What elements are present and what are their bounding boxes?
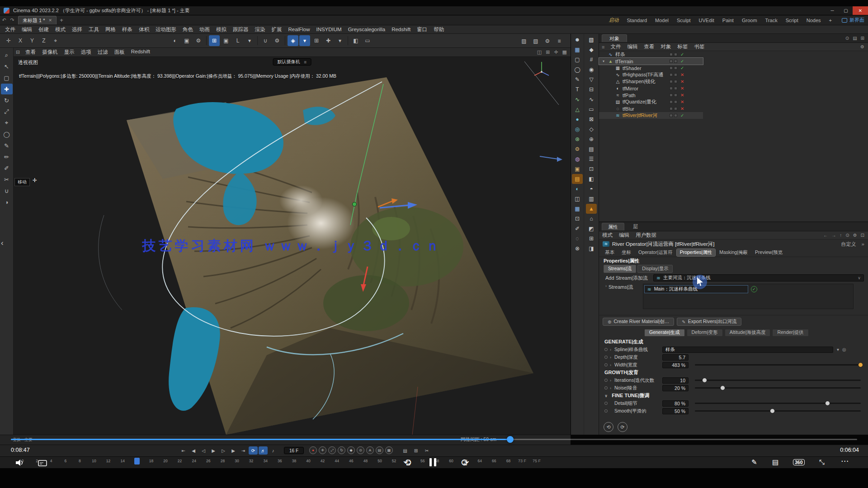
export-rivers-button[interactable]: ✎ Export Rivers|出口河流 [677,318,741,326]
section-tab[interactable]: Operator|运算符 [635,249,676,256]
anim-dot[interactable] [604,356,608,359]
play-button[interactable]: ▶ [209,446,218,455]
volume-icon[interactable] [15,459,24,468]
section-tab[interactable]: Preview|预览 [752,249,786,256]
render-region-button[interactable]: ▣ [181,35,192,46]
right-half-icon[interactable]: ◨ [586,244,597,253]
cube-icon[interactable]: ▧ [586,35,597,45]
object-label[interactable]: tfTerrain [615,59,633,64]
magnet-tool-button[interactable]: ∪ [260,35,271,46]
instance-icon[interactable]: ⊠ [586,114,597,124]
new-tab-button[interactable]: + [57,17,66,23]
prev-key-button[interactable]: ◀ [189,446,198,455]
matrix-icon[interactable]: ▦ [572,204,583,214]
detail-value-field[interactable]: 80 % [662,400,689,407]
pen-spline-icon[interactable]: ✎ [572,75,583,84]
notes-icon[interactable]: ✎ [751,458,757,466]
row-chevron-icon[interactable]: › [610,386,614,390]
slider-knob[interactable] [770,408,775,413]
detail-slider[interactable] [695,403,861,404]
am-menu-item[interactable]: 编辑 [616,232,632,239]
reset-values-button[interactable]: ⟲ [604,422,613,432]
group-header-finetune[interactable]: ∨ FINE TUNE|微调 [599,392,868,399]
link-target-icon[interactable]: ◎ [842,347,846,352]
object-label[interactable]: tfHighpass|TF高通 [623,71,663,78]
layout-tab[interactable]: 启动 [605,16,622,24]
stream-enabled-check-icon[interactable]: ✓ [751,286,757,292]
menu-item[interactable]: 编辑 [19,26,35,33]
editor-visibility-dot[interactable] [670,107,673,110]
slider-knob[interactable] [702,378,707,383]
tool-more-button[interactable]: ▾ [244,35,255,46]
editor-visibility-dot[interactable] [670,80,673,83]
next-key-button[interactable]: ▶ [229,446,238,455]
workplane-options-button[interactable]: ▾ [335,35,345,46]
stream-tab[interactable]: Display|显示 [637,265,673,273]
row-chevron-icon[interactable]: › [610,347,614,352]
more-options-icon[interactable]: ⋯ [841,456,849,466]
noise-value-field[interactable]: 20 % [662,385,689,391]
viewport-menu-item[interactable]: 显示 [61,49,78,56]
goto-start-button[interactable]: ⇤ [179,446,188,455]
menu-item[interactable]: 渲染 [252,26,269,33]
object-row[interactable]: ◌ tfBlur [599,105,703,112]
editor-visibility-dot[interactable] [670,66,673,70]
key-scale-toggle[interactable]: ⤢ [328,446,336,454]
om-menu-item[interactable]: 标签 [674,43,691,50]
keyframe-selection-toggle[interactable]: ▤ [376,446,383,454]
editor-visibility-dot[interactable] [670,100,673,103]
render-visibility-dot[interactable] [674,66,677,70]
circle-spline-icon[interactable]: ◯ [572,65,583,75]
layout-tab[interactable]: Nodes [803,17,825,24]
text-spline-icon[interactable]: T [572,84,583,94]
attribute-tab[interactable]: 层 [627,223,644,230]
menu-item[interactable]: 运动图形 [152,26,179,33]
cloner-icon[interactable]: ◫ [572,194,583,204]
scale-tool-icon[interactable]: ⤢ [1,106,13,117]
modeling-settings-button[interactable]: ⚙ [272,35,283,46]
field-icon[interactable]: ◍ [572,154,583,164]
layout-tab[interactable]: Model [651,17,672,24]
enable-state-icon[interactable] [680,79,684,84]
axis-tool-icon[interactable]: ⌖ [1,117,13,128]
object-label[interactable]: tfMirror [623,86,638,91]
record-button[interactable]: ● [309,446,317,454]
lock-x-axis-button[interactable]: X [15,35,26,46]
group-header-growth[interactable]: GROWTH|发育 [599,369,868,376]
camera-menu-icon[interactable]: ≡ [304,60,307,65]
maximize-button[interactable]: ▢ [839,6,853,15]
section-tab[interactable]: 基本 [602,249,618,256]
menu-item[interactable]: RealFlow [285,27,313,32]
noise-slider[interactable] [695,387,861,389]
am-menu-item[interactable]: 用户数据 [632,232,660,239]
diamond-icon[interactable]: ◇ [586,124,597,134]
anim-dot[interactable] [604,379,608,382]
layout-tab[interactable]: Groom [738,17,761,24]
enable-state-icon[interactable] [680,93,684,98]
home-icon[interactable]: ⌂ [586,214,597,224]
enable-state-icon[interactable] [680,99,684,104]
om-menu-item[interactable]: 查看 [641,43,657,50]
viewport-menu-item[interactable]: 过滤 [94,49,111,56]
ripple-edit-button[interactable]: ✂ [422,446,431,455]
sphere-primitive-icon[interactable]: ● [572,114,583,124]
wave-deformer-icon[interactable]: ∿ [586,94,597,104]
anim-dot[interactable] [604,348,608,351]
anim-dot[interactable] [604,363,608,366]
enable-state-icon[interactable] [680,66,684,70]
viewport-menu-icon[interactable]: ⊟ [16,49,20,55]
magnet-tool-icon[interactable]: ∪ [1,185,13,196]
slider-knob[interactable] [825,401,830,406]
toolbar-separator[interactable] [346,35,349,46]
panel-collapse-icon[interactable]: ‹ [1,239,4,248]
anim-dot[interactable] [604,409,608,413]
object-label[interactable]: tfSharpen|锐化 [623,78,656,85]
editor-visibility-dot[interactable] [670,87,673,90]
render-visibility-dot[interactable] [674,53,677,56]
next-frame-button[interactable]: ▷ [219,446,228,455]
coord-system-button[interactable]: ⌖ [50,35,61,46]
cone-icon[interactable]: ▽ [586,75,597,84]
plane-primitive-icon[interactable]: ▢ [572,55,583,65]
array-modifier-icon[interactable]: ▦ [572,45,583,55]
mirror-tool-icon[interactable]: ◑ [1,197,13,207]
